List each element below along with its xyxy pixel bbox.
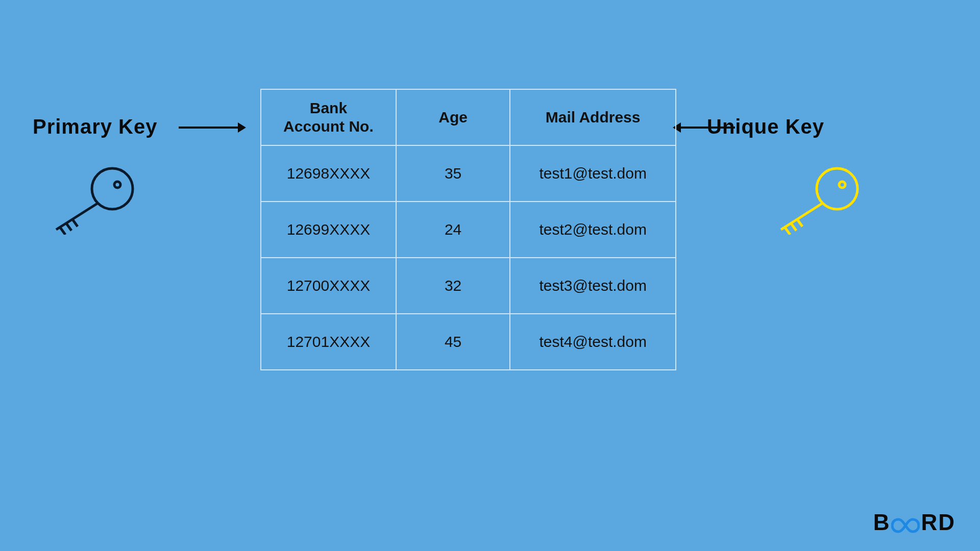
brand-rd: RD: [921, 510, 955, 535]
col-header-mail: Mail Address: [510, 89, 676, 145]
brand-b: B: [873, 510, 891, 535]
svg-line-3: [66, 223, 71, 231]
table-header-row: Bank Account No. Age Mail Address: [261, 89, 676, 145]
col-header-bank-l1: Bank: [261, 99, 396, 117]
brand-logo: BRD: [873, 510, 955, 537]
cell-mail: test1@test.dom: [510, 145, 676, 202]
db-keys-table: Bank Account No. Age Mail Address 12698X…: [260, 89, 676, 370]
table-row: 12698XXXX 35 test1@test.dom: [261, 145, 676, 202]
svg-point-7: [839, 182, 845, 188]
table-row: 12699XXXX 24 test2@test.dom: [261, 202, 676, 258]
cell-acct: 12699XXXX: [261, 202, 396, 258]
col-header-age: Age: [396, 89, 510, 145]
cell-acct: 12701XXXX: [261, 314, 396, 370]
cell-age: 45: [396, 314, 510, 370]
cell-age: 24: [396, 202, 510, 258]
col-header-bank-account: Bank Account No.: [261, 89, 396, 145]
primary-key-label: Primary Key: [33, 115, 157, 138]
svg-line-11: [797, 219, 802, 227]
svg-line-9: [791, 223, 796, 231]
svg-line-5: [72, 219, 78, 227]
primary-key-icon: [41, 163, 138, 235]
cell-age: 32: [396, 258, 510, 314]
cell-mail: test2@test.dom: [510, 202, 676, 258]
svg-line-10: [785, 228, 790, 235]
cell-mail: test3@test.dom: [510, 258, 676, 314]
cell-mail: test4@test.dom: [510, 314, 676, 370]
col-header-bank-l2: Account No.: [261, 117, 396, 136]
cell-acct: 12698XXXX: [261, 145, 396, 202]
cell-acct: 12700XXXX: [261, 258, 396, 314]
table-row: 12701XXXX 45 test4@test.dom: [261, 314, 676, 370]
cell-age: 35: [396, 145, 510, 202]
table-row: 12700XXXX 32 test3@test.dom: [261, 258, 676, 314]
svg-point-1: [114, 182, 120, 188]
infinity-icon: [891, 511, 920, 537]
arrow-unique-to-col3: [679, 127, 735, 129]
arrow-primary-to-col1: [179, 127, 240, 129]
unique-key-icon: [766, 163, 863, 235]
svg-line-4: [60, 228, 65, 235]
